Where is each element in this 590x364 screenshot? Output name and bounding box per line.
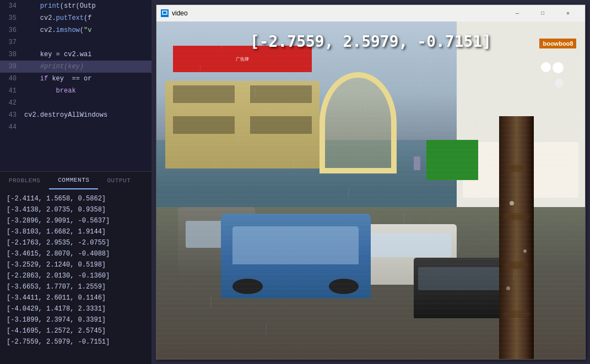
output-line-13: [-4.1695, 1.2572, 2.5745] (7, 325, 145, 336)
output-line-12: [-3.1899, 2.3974, 0.3391] (7, 314, 145, 325)
video-titlebar: video — □ ✕ (156, 5, 585, 21)
output-line-1: [-2.4114, 1.5658, 0.5862] (7, 193, 145, 204)
code-area: 34 print(str(Outp 35 cv2.putText(f 36 cv… (0, 0, 151, 171)
output-line-4: [-3.8103, 1.6682, 1.9144] (7, 226, 145, 237)
tree-spot-3 (506, 286, 510, 290)
code-line-42: 42 (0, 97, 151, 109)
code-panel: 34 print(str(Outp 35 cv2.putText(f 36 cv… (0, 0, 151, 364)
tree-trunk (499, 116, 533, 359)
tab-comments[interactable]: COMMENTS (49, 172, 98, 189)
code-line-36: 36 cv2.imshow("v (0, 24, 151, 36)
trunk-texture-3 (505, 262, 529, 269)
video-title: video (172, 9, 505, 17)
output-line-10: [-3.4411, 2.6011, 0.1146] (7, 292, 145, 303)
store-sign-boowboo: boowboo8 (539, 39, 576, 48)
car-dark (414, 258, 508, 318)
gate-arch (320, 72, 397, 173)
output-line-2: [-3.4138, 2.0735, 0.9358] (7, 204, 145, 215)
code-line-44: 44 (0, 121, 151, 133)
car-blue-wheel-r (329, 279, 359, 294)
building-signs: 广告牌 (165, 28, 320, 204)
person-1 (414, 156, 420, 170)
output-line-5: [-2.1763, 2.9535, -2.0755] (7, 237, 145, 248)
video-panel: video — □ ✕ 广告牌 (151, 0, 590, 364)
car-blue (221, 214, 371, 298)
output-line-6: [-3.4615, 2.8070, -0.4088] (7, 248, 145, 259)
video-content: 广告牌 boowboo8 (156, 21, 585, 359)
tree-spot-1 (510, 201, 514, 205)
bottom-panel: PROBLEMS COMMENTS OUTPUT [-2.4114, 1.565… (0, 171, 151, 364)
trunk-texture-1 (506, 165, 527, 172)
gate-arch-area (320, 72, 397, 173)
car-dark-window (418, 267, 503, 290)
video-window: video — □ ✕ 广告牌 (156, 4, 586, 360)
building-facade (165, 81, 320, 169)
window-2 (250, 85, 312, 103)
car-white-window (359, 233, 451, 257)
output-line-7: [-3.2529, 2.1240, 0.5198] (7, 259, 145, 270)
video-overlay-text: [-2.7559, 2.5979, -0.7151] (250, 32, 491, 51)
code-line-39: 39 #print(key) (0, 61, 151, 73)
code-line-34: 34 print(str(Outp (0, 0, 151, 12)
output-line-3: [-3.2896, 2.9091, -0.5637] (7, 215, 145, 226)
minimize-button[interactable]: — (505, 5, 530, 21)
light-1 (553, 62, 564, 73)
tree-spot-2 (523, 249, 527, 253)
tab-problems[interactable]: PROBLEMS (0, 172, 49, 189)
output-line-9: [-3.6653, 1.7707, 1.2559] (7, 281, 145, 292)
light-2 (541, 62, 551, 72)
window-3 (173, 116, 235, 134)
code-line-38: 38 key = cv2.wai (0, 48, 151, 61)
window-4 (250, 116, 312, 134)
close-button[interactable]: ✕ (555, 5, 581, 21)
green-container (426, 140, 478, 181)
code-line-40: 40 if key == or (0, 73, 151, 85)
tab-output[interactable]: OUTPUT (98, 172, 139, 189)
trunk-texture-4 (503, 311, 531, 318)
code-lines: 34 print(str(Outp 35 cv2.putText(f 36 cv… (0, 0, 151, 133)
maximize-button[interactable]: □ (530, 5, 555, 21)
code-line-35: 35 cv2.putText(f (0, 12, 151, 24)
video-window-icon (161, 9, 169, 17)
output-line-11: [-4.0429, 1.4178, 2.3331] (7, 303, 145, 314)
output-content: [-2.4114, 1.5658, 0.5862] [-3.4138, 2.07… (0, 189, 151, 364)
car-blue-wheel-l (232, 279, 262, 294)
output-line-8: [-2.2863, 2.0130, -0.1360] (7, 270, 145, 281)
code-line-37: 37 (0, 36, 151, 48)
trunk-texture-2 (503, 213, 531, 220)
code-line-41: 41 break (0, 85, 151, 97)
window-1 (173, 85, 235, 103)
code-line-43: 43 cv2.destroyAllWindows (0, 109, 151, 121)
tabs-bar: PROBLEMS COMMENTS OUTPUT (0, 171, 151, 189)
output-line-14: [-2.7559, 2.5979, -0.7151] (7, 336, 145, 347)
car-blue-window (232, 226, 359, 264)
